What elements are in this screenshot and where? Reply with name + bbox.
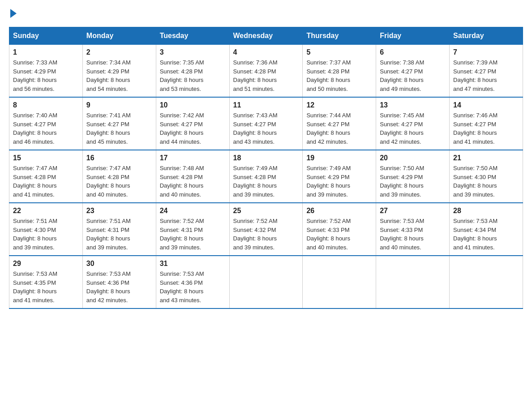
day-info: Sunrise: 7:51 AM Sunset: 4:31 PM Dayligh… (86, 217, 152, 252)
calendar-cell (376, 256, 450, 308)
calendar-table: SundayMondayTuesdayWednesdayThursdayFrid… (9, 27, 523, 309)
day-info: Sunrise: 7:49 AM Sunset: 4:28 PM Dayligh… (233, 164, 299, 199)
calendar-cell: 17 Sunrise: 7:48 AM Sunset: 4:28 PM Dayl… (156, 150, 229, 203)
calendar-cell: 13 Sunrise: 7:45 AM Sunset: 4:27 PM Dayl… (376, 97, 450, 150)
calendar-cell: 31 Sunrise: 7:53 AM Sunset: 4:36 PM Dayl… (156, 256, 229, 308)
day-info: Sunrise: 7:40 AM Sunset: 4:27 PM Dayligh… (13, 111, 79, 146)
calendar-week-row: 15 Sunrise: 7:47 AM Sunset: 4:28 PM Dayl… (9, 150, 523, 203)
day-info: Sunrise: 7:52 AM Sunset: 4:31 PM Dayligh… (160, 217, 226, 252)
calendar-cell: 11 Sunrise: 7:43 AM Sunset: 4:27 PM Dayl… (229, 97, 303, 150)
day-number: 27 (380, 207, 446, 215)
logo-blue-text (9, 9, 17, 18)
day-number: 1 (13, 48, 79, 56)
calendar-cell: 16 Sunrise: 7:47 AM Sunset: 4:28 PM Dayl… (82, 150, 156, 203)
calendar-cell: 18 Sunrise: 7:49 AM Sunset: 4:28 PM Dayl… (229, 150, 303, 203)
day-info: Sunrise: 7:52 AM Sunset: 4:33 PM Dayligh… (306, 217, 372, 252)
day-number: 21 (453, 154, 519, 162)
day-number: 4 (233, 48, 299, 56)
calendar-cell: 26 Sunrise: 7:52 AM Sunset: 4:33 PM Dayl… (303, 203, 376, 256)
day-number: 6 (380, 48, 446, 56)
day-number: 13 (380, 101, 446, 109)
day-number: 23 (86, 207, 152, 215)
day-number: 11 (233, 101, 299, 109)
header-sunday: Sunday (9, 27, 83, 45)
day-info: Sunrise: 7:42 AM Sunset: 4:27 PM Dayligh… (160, 111, 226, 146)
calendar-cell (303, 256, 376, 308)
day-info: Sunrise: 7:47 AM Sunset: 4:28 PM Dayligh… (13, 164, 79, 199)
day-info: Sunrise: 7:34 AM Sunset: 4:29 PM Dayligh… (86, 58, 152, 93)
header-thursday: Thursday (303, 27, 376, 45)
day-info: Sunrise: 7:53 AM Sunset: 4:35 PM Dayligh… (13, 270, 79, 304)
day-number: 3 (160, 48, 226, 56)
day-number: 20 (380, 154, 446, 162)
calendar-week-row: 1 Sunrise: 7:33 AM Sunset: 4:29 PM Dayli… (9, 45, 523, 98)
calendar-cell: 6 Sunrise: 7:38 AM Sunset: 4:27 PM Dayli… (376, 45, 450, 98)
calendar-cell: 15 Sunrise: 7:47 AM Sunset: 4:28 PM Dayl… (9, 150, 83, 203)
calendar-cell: 30 Sunrise: 7:53 AM Sunset: 4:36 PM Dayl… (82, 256, 156, 308)
day-info: Sunrise: 7:51 AM Sunset: 4:30 PM Dayligh… (13, 217, 79, 252)
day-info: Sunrise: 7:53 AM Sunset: 4:36 PM Dayligh… (160, 270, 226, 304)
calendar-week-row: 22 Sunrise: 7:51 AM Sunset: 4:30 PM Dayl… (9, 203, 523, 256)
calendar-cell: 14 Sunrise: 7:46 AM Sunset: 4:27 PM Dayl… (450, 97, 523, 150)
day-number: 14 (453, 101, 519, 109)
day-info: Sunrise: 7:39 AM Sunset: 4:27 PM Dayligh… (453, 58, 519, 93)
day-info: Sunrise: 7:43 AM Sunset: 4:27 PM Dayligh… (233, 111, 299, 146)
calendar-cell: 25 Sunrise: 7:52 AM Sunset: 4:32 PM Dayl… (229, 203, 303, 256)
day-info: Sunrise: 7:37 AM Sunset: 4:28 PM Dayligh… (306, 58, 372, 93)
day-number: 31 (160, 260, 226, 268)
day-number: 26 (306, 207, 372, 215)
day-number: 25 (233, 207, 299, 215)
calendar-cell (450, 256, 523, 308)
logo-arrow-icon (10, 9, 17, 18)
calendar-cell: 2 Sunrise: 7:34 AM Sunset: 4:29 PM Dayli… (82, 45, 156, 98)
calendar-cell: 7 Sunrise: 7:39 AM Sunset: 4:27 PM Dayli… (450, 45, 523, 98)
calendar-cell: 10 Sunrise: 7:42 AM Sunset: 4:27 PM Dayl… (156, 97, 229, 150)
day-info: Sunrise: 7:50 AM Sunset: 4:29 PM Dayligh… (380, 164, 446, 199)
calendar-cell: 23 Sunrise: 7:51 AM Sunset: 4:31 PM Dayl… (82, 203, 156, 256)
calendar-cell: 24 Sunrise: 7:52 AM Sunset: 4:31 PM Dayl… (156, 203, 229, 256)
day-number: 16 (86, 154, 152, 162)
day-info: Sunrise: 7:49 AM Sunset: 4:29 PM Dayligh… (306, 164, 372, 199)
day-number: 28 (453, 207, 519, 215)
calendar-week-row: 8 Sunrise: 7:40 AM Sunset: 4:27 PM Dayli… (9, 97, 523, 150)
calendar-cell: 27 Sunrise: 7:53 AM Sunset: 4:33 PM Dayl… (376, 203, 450, 256)
day-info: Sunrise: 7:35 AM Sunset: 4:28 PM Dayligh… (160, 58, 226, 93)
day-info: Sunrise: 7:47 AM Sunset: 4:28 PM Dayligh… (86, 164, 152, 199)
day-info: Sunrise: 7:48 AM Sunset: 4:28 PM Dayligh… (160, 164, 226, 199)
header-saturday: Saturday (450, 27, 523, 45)
day-number: 7 (453, 48, 519, 56)
day-info: Sunrise: 7:33 AM Sunset: 4:29 PM Dayligh… (13, 58, 79, 93)
day-info: Sunrise: 7:53 AM Sunset: 4:34 PM Dayligh… (453, 217, 519, 252)
day-info: Sunrise: 7:46 AM Sunset: 4:27 PM Dayligh… (453, 111, 519, 146)
day-number: 30 (86, 260, 152, 268)
day-number: 17 (160, 154, 226, 162)
header-tuesday: Tuesday (156, 27, 229, 45)
calendar-cell: 3 Sunrise: 7:35 AM Sunset: 4:28 PM Dayli… (156, 45, 229, 98)
calendar-cell: 4 Sunrise: 7:36 AM Sunset: 4:28 PM Dayli… (229, 45, 303, 98)
day-number: 29 (13, 260, 79, 268)
day-number: 10 (160, 101, 226, 109)
calendar-cell: 8 Sunrise: 7:40 AM Sunset: 4:27 PM Dayli… (9, 97, 83, 150)
day-number: 19 (306, 154, 372, 162)
calendar-cell: 12 Sunrise: 7:44 AM Sunset: 4:27 PM Dayl… (303, 97, 376, 150)
day-info: Sunrise: 7:53 AM Sunset: 4:33 PM Dayligh… (380, 217, 446, 252)
day-number: 12 (306, 101, 372, 109)
day-info: Sunrise: 7:53 AM Sunset: 4:36 PM Dayligh… (86, 270, 152, 304)
day-number: 15 (13, 154, 79, 162)
calendar-cell: 29 Sunrise: 7:53 AM Sunset: 4:35 PM Dayl… (9, 256, 83, 308)
day-number: 8 (13, 101, 79, 109)
day-info: Sunrise: 7:52 AM Sunset: 4:32 PM Dayligh… (233, 217, 299, 252)
day-number: 2 (86, 48, 152, 56)
calendar-cell: 9 Sunrise: 7:41 AM Sunset: 4:27 PM Dayli… (82, 97, 156, 150)
day-info: Sunrise: 7:45 AM Sunset: 4:27 PM Dayligh… (380, 111, 446, 146)
header-wednesday: Wednesday (229, 27, 303, 45)
day-info: Sunrise: 7:36 AM Sunset: 4:28 PM Dayligh… (233, 58, 299, 93)
calendar-cell: 20 Sunrise: 7:50 AM Sunset: 4:29 PM Dayl… (376, 150, 450, 203)
day-info: Sunrise: 7:50 AM Sunset: 4:30 PM Dayligh… (453, 164, 519, 199)
logo (9, 9, 17, 18)
day-number: 22 (13, 207, 79, 215)
calendar-week-row: 29 Sunrise: 7:53 AM Sunset: 4:35 PM Dayl… (9, 256, 523, 308)
calendar-cell (229, 256, 303, 308)
day-info: Sunrise: 7:38 AM Sunset: 4:27 PM Dayligh… (380, 58, 446, 93)
calendar-cell: 5 Sunrise: 7:37 AM Sunset: 4:28 PM Dayli… (303, 45, 376, 98)
